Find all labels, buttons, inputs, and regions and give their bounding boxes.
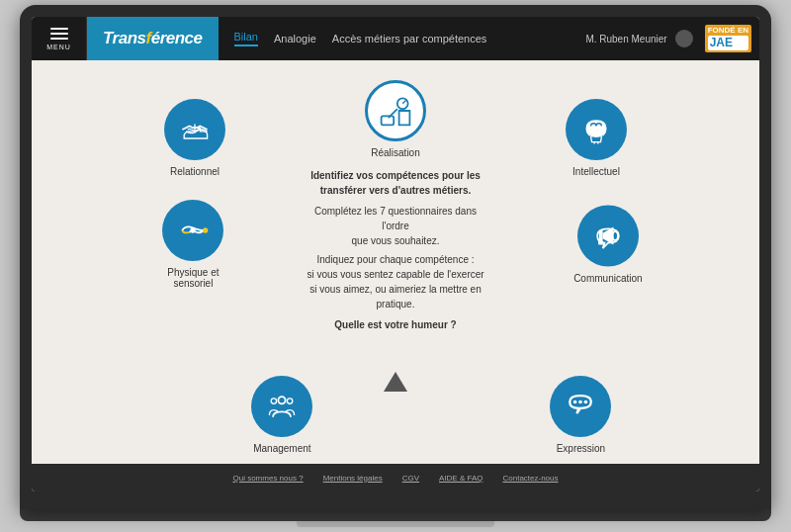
navbar: MENU Transférence Bilan Analogie Accès m…: [32, 17, 759, 60]
comp-communication[interactable]: Communication: [573, 206, 642, 284]
laptop-outer: MENU Transférence Bilan Analogie Accès m…: [20, 5, 771, 509]
laptop-wrapper: MENU Transférence Bilan Analogie Accès m…: [20, 5, 771, 527]
management-circle: [251, 376, 312, 437]
svg-point-12: [288, 399, 293, 403]
footer-link-qui[interactable]: Qui sommes nous ?: [232, 474, 303, 483]
center-text-bold: Quelle est votre humeur ?: [307, 317, 484, 332]
expression-circle: [550, 376, 611, 437]
center-text-4: que vous souhaitez.: [307, 233, 484, 248]
comp-relationnel[interactable]: Relationnel: [164, 99, 225, 177]
menu-button[interactable]: MENU: [32, 17, 87, 60]
avatar: [675, 30, 693, 47]
center-text-5: Indiquez pour chaque compétence :: [307, 252, 484, 267]
footer-link-cgv[interactable]: CGV: [402, 474, 419, 483]
laptop-base: [20, 509, 771, 521]
relationnel-circle: [164, 99, 225, 160]
center-text-3: Complétez les 7 questionnaires dans l'or…: [307, 204, 484, 233]
footer-link-aide[interactable]: AIDE & FAQ: [439, 474, 483, 483]
navbar-nav: Bilan Analogie Accès métiers par compéte…: [219, 31, 586, 46]
comp-physique[interactable]: Physique et sensoriel: [148, 200, 237, 289]
realisation-circle: [365, 80, 426, 141]
comp-intellectuel[interactable]: Intellectuel: [566, 99, 627, 177]
svg-point-7: [573, 400, 577, 404]
user-name: M. Ruben Meunier: [585, 34, 666, 44]
center-description: Identifiez vos compétences pour les tran…: [307, 168, 484, 332]
realisation-label: Réalisation: [371, 147, 419, 158]
nav-item-acces[interactable]: Accès métiers par compétences: [332, 33, 487, 44]
footer: Qui sommes nous ? Mentions légales CGV A…: [32, 464, 759, 491]
svg-point-10: [279, 397, 286, 403]
comp-expression[interactable]: Expression: [550, 376, 611, 454]
center-text-6: si vous vous sentez capable de l'exercer: [307, 267, 484, 282]
comp-realisation[interactable]: Réalisation: [365, 80, 426, 158]
svg-point-9: [584, 400, 588, 404]
communication-label: Communication: [573, 273, 642, 284]
footer-link-mentions[interactable]: Mentions légales: [323, 474, 383, 483]
triangle-icon: [384, 372, 407, 392]
svg-rect-6: [598, 241, 603, 245]
physique-label: Physique et sensoriel: [148, 267, 237, 289]
relationnel-label: Relationnel: [170, 166, 220, 177]
communication-circle: [577, 206, 639, 267]
footer-link-contact[interactable]: Contactez-nous: [502, 474, 558, 483]
intellectuel-label: Intellectuel: [572, 166, 620, 177]
svg-point-14: [203, 228, 208, 233]
logo-area: Transférence: [87, 17, 219, 60]
management-label: Management: [253, 443, 310, 454]
svg-rect-1: [382, 116, 395, 125]
laptop-stand: [297, 521, 494, 527]
user-area: M. Ruben Meunier: [585, 30, 704, 47]
brand-logo: FONDÉ EN JAE: [705, 25, 759, 53]
logo-text: Transférence: [103, 29, 203, 48]
comp-management[interactable]: Management: [251, 376, 312, 454]
nav-item-bilan[interactable]: Bilan: [234, 31, 258, 46]
center-text-1: Identifiez vos compétences pour les tran…: [307, 168, 484, 198]
nav-item-analogie[interactable]: Analogie: [274, 33, 316, 44]
competences-grid: Identifiez vos compétences pour les tran…: [138, 80, 653, 454]
center-text-7: si vous aimez, ou aimeriez la mettre en …: [307, 282, 484, 311]
svg-point-5: [612, 231, 617, 240]
expression-label: Expression: [557, 443, 605, 454]
laptop-screen: MENU Transférence Bilan Analogie Accès m…: [32, 17, 759, 491]
svg-point-8: [579, 400, 583, 404]
physique-circle: [162, 200, 223, 261]
menu-label: MENU: [46, 44, 71, 50]
main-content: Identifiez vos compétences pour les tran…: [32, 60, 759, 464]
svg-point-11: [272, 399, 277, 403]
intellectuel-circle: [566, 99, 627, 160]
